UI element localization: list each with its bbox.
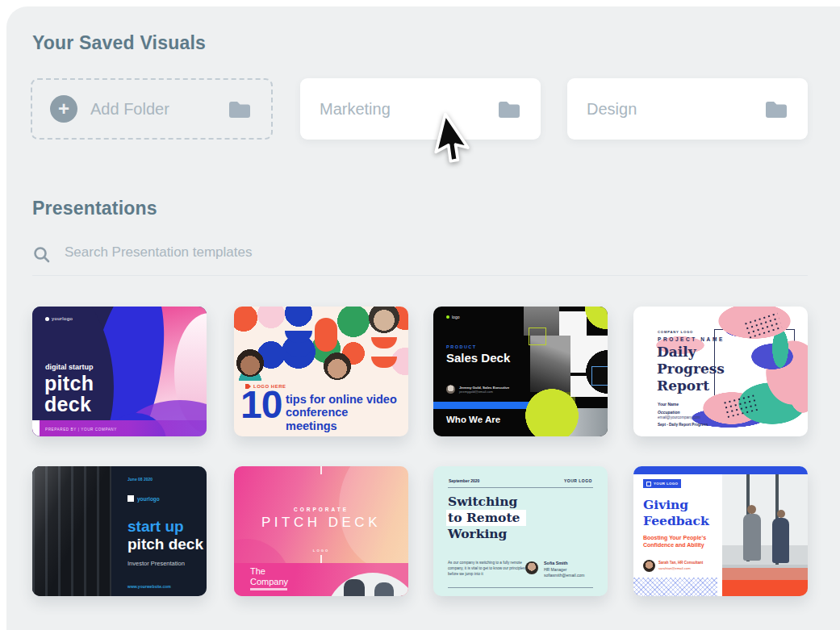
search-underline: [32, 275, 808, 276]
office-photo: [722, 474, 808, 596]
speaker-info: Jeremy Gold, Sales Executive jeremygold@…: [446, 385, 509, 394]
slide-website: www.yourwebsite.com: [127, 584, 171, 589]
folder-item-design[interactable]: Design: [567, 78, 808, 140]
speaker-name: Jeremy Gold, Sales Executive: [459, 386, 509, 390]
avatar: [643, 560, 655, 572]
folder-icon: [497, 99, 521, 119]
slide-footer-text: PREPARED BY | YOUR COMPANY: [45, 428, 117, 432]
speaker-email: jeremygold@email.com: [459, 390, 509, 394]
decor-shape: [591, 366, 608, 386]
slide-kicker: PRODUCT: [446, 344, 477, 349]
speaker-email: sofiasmith@email.com: [544, 573, 584, 578]
slide-title: pitch deck: [44, 373, 94, 415]
slide-logo-badge: YOUR LOGO: [643, 479, 681, 488]
template-card-ten-tips[interactable]: LOGO HERE 10 tips for online video confe…: [234, 307, 408, 436]
slide-kicker: PROJECT NAME: [658, 336, 725, 342]
saved-visuals-title: Your Saved Visuals: [32, 32, 206, 54]
folder-item-marketing[interactable]: Marketing: [300, 78, 541, 140]
template-card-giving-feedback[interactable]: YOUR LOGO Giving Feedback Boosting Your …: [633, 466, 808, 596]
slide-logo: yourlogo: [45, 316, 73, 321]
search-input[interactable]: [63, 244, 550, 261]
decor-shape: [315, 318, 337, 352]
speaker-name: Your Name: [658, 402, 679, 407]
slide-kicker: CORPORATE: [234, 507, 408, 512]
speaker-role: HR Manager: [544, 567, 566, 572]
slide-body-text: As our company is switching to a fully r…: [448, 560, 527, 577]
template-card-daily-progress-report[interactable]: COMPANY LOGO PROJECT NAME Daily Progress…: [633, 307, 808, 436]
slide-logo: YOUR LOGO: [564, 478, 592, 483]
add-folder-label: Add Folder: [90, 100, 228, 119]
folder-label: Design: [587, 100, 764, 119]
slide-footer-text: Sept - Daily Report Progress: [658, 423, 708, 427]
slide-logo: LOGO: [234, 549, 408, 553]
add-folder-button[interactable]: + Add Folder: [31, 78, 273, 140]
decor-hatch-pattern: [633, 578, 717, 596]
slide-section-title: Who We Are: [446, 415, 500, 424]
divider: [448, 487, 593, 488]
decor-tick: [320, 555, 322, 563]
template-card-sales-deck[interactable]: logo PRODUCT Sales Deck Jeremy Gold, Sal…: [433, 307, 608, 436]
folder-label: Marketing: [320, 100, 497, 119]
slide-subtitle: Boosting Your People's Confidence and Ab…: [643, 534, 706, 549]
template-card-digital-startup-pitch-deck[interactable]: yourlogo digital startup pitch deck PREP…: [32, 307, 207, 436]
folder-icon: [228, 99, 252, 119]
slide-title: Daily Progress Report: [657, 344, 725, 394]
speaker-role: Occupation: [658, 410, 680, 415]
slide-title: tips for online video conference meeting…: [286, 393, 400, 432]
avatar: [525, 561, 538, 574]
building-photo: [32, 466, 111, 596]
slide-date: September 2020: [449, 478, 479, 483]
plus-icon: +: [50, 95, 77, 123]
folder-icon: [764, 99, 788, 119]
speaker-email: email@yourcompany.com: [658, 415, 700, 419]
speaker-name: Sofia Smith: [544, 561, 568, 565]
speaker-email: sarahtan@email.com: [658, 566, 691, 570]
template-card-startup-pitch-deck[interactable]: June 08 2020 yourlogo start up pitch dec…: [32, 466, 207, 596]
search-bar[interactable]: [32, 242, 808, 274]
slide-date: June 08 2020: [127, 477, 153, 482]
search-icon: [32, 245, 52, 265]
decor-text-bar: [250, 588, 287, 590]
slide-logo: yourlogo: [127, 495, 160, 502]
slide-title: Switching to Remote Working: [448, 494, 523, 542]
slide-title: Sales Deck: [446, 351, 510, 365]
slide-title: start up: [127, 518, 184, 536]
decor-shape: [529, 328, 546, 345]
slide-subtitle: Investor Presentation: [127, 560, 185, 567]
slide-title: PITCH DECK: [234, 515, 408, 531]
slide-title: Giving Feedback: [643, 497, 709, 528]
template-card-switching-remote-working[interactable]: September 2020 YOUR LOGO Switching to Re…: [433, 466, 608, 596]
template-card-corporate-pitch-deck[interactable]: CORPORATE PITCH DECK LOGO The Company: [234, 466, 408, 596]
presentations-title: Presentations: [32, 198, 157, 219]
avatar: [446, 385, 455, 394]
decor-tick: [320, 466, 322, 474]
decor-bar: [633, 466, 808, 474]
slide-title: pitch deck: [127, 536, 203, 553]
divider: [448, 587, 593, 588]
slide-kicker: digital startup: [45, 363, 94, 371]
speaker-name: Sarah Tan, HR Consultant: [658, 561, 703, 565]
slide-number: 10: [240, 382, 282, 427]
slide-logo: COMPANY LOGO: [658, 330, 693, 334]
slide-section-title: The Company: [250, 566, 288, 586]
slide-logo: logo: [446, 315, 459, 319]
